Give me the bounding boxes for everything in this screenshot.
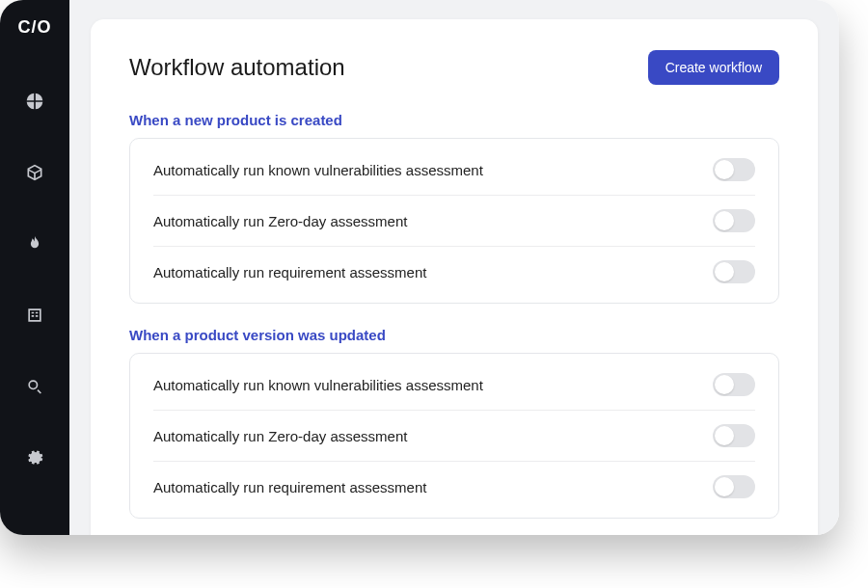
page-title: Workflow automation [129, 54, 345, 81]
workflow-row-label: Automatically run requirement assessment [153, 264, 426, 281]
create-workflow-button[interactable]: Create workflow [648, 50, 779, 85]
workflow-row-label: Automatically run requirement assessment [153, 479, 426, 495]
toggle-known-vulns-update[interactable] [713, 373, 755, 396]
sidebar-item-settings[interactable] [15, 441, 54, 479]
sidebar-item-search[interactable] [15, 369, 54, 408]
toggle-requirement-update[interactable] [713, 475, 755, 498]
section-title: When a product version was updated [129, 327, 779, 343]
section-version-updated: When a product version was updated Autom… [129, 327, 779, 519]
workflow-row: Automatically run requirement assessment [153, 462, 755, 512]
toggle-zero-day-new[interactable] [713, 209, 755, 232]
toggle-known-vulns-new[interactable] [713, 158, 755, 181]
toggle-zero-day-update[interactable] [713, 424, 755, 447]
workflow-row-label: Automatically run Zero-day assessment [153, 213, 407, 229]
section-panel: Automatically run known vulnerabilities … [129, 353, 779, 519]
card-header: Workflow automation Create workflow [129, 50, 779, 85]
section-new-product: When a new product is created Automatica… [129, 112, 779, 304]
toggle-requirement-new[interactable] [713, 260, 755, 283]
workflow-row: Automatically run known vulnerabilities … [153, 360, 755, 411]
main-content: Workflow automation Create workflow When… [69, 0, 839, 535]
workflow-row: Automatically run Zero-day assessment [153, 411, 755, 462]
workflow-row-label: Automatically run Zero-day assessment [153, 428, 407, 444]
workflow-row-label: Automatically run known vulnerabilities … [153, 162, 483, 178]
sidebar-item-reports[interactable] [15, 298, 54, 336]
workflow-row: Automatically run Zero-day assessment [153, 196, 755, 247]
workflow-row: Automatically run requirement assessment [153, 247, 755, 297]
flame-icon [25, 234, 44, 257]
workflow-row-label: Automatically run known vulnerabilities … [153, 377, 483, 393]
sidebar-item-products[interactable] [15, 155, 54, 194]
cube-icon [25, 163, 44, 186]
workflow-row: Automatically run known vulnerabilities … [153, 145, 755, 196]
search-icon [25, 377, 44, 400]
section-title: When a new product is created [129, 112, 779, 128]
logo: C/O [17, 17, 51, 38]
settings-card: Workflow automation Create workflow When… [91, 19, 818, 535]
pie-chart-icon [25, 92, 44, 115]
gear-icon [25, 448, 44, 471]
sidebar-item-vulnerabilities[interactable] [15, 227, 54, 265]
section-panel: Automatically run known vulnerabilities … [129, 138, 779, 304]
sidebar: C/O [0, 0, 69, 535]
checklist-icon [25, 306, 44, 329]
app-frame: C/O [0, 0, 839, 535]
sidebar-item-dashboard[interactable] [15, 84, 54, 122]
